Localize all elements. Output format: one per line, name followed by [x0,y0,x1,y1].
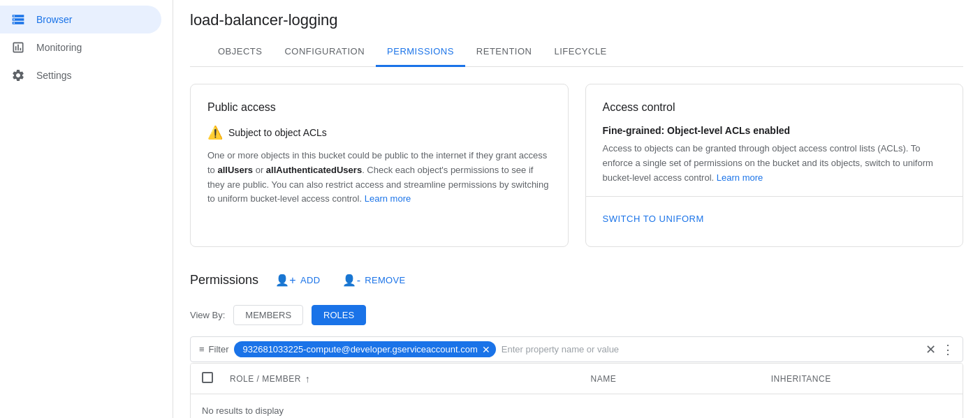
monitoring-icon [11,40,25,54]
page-header: load-balancer-logging OBJECTS CONFIGURAT… [173,0,980,67]
bold-auth-users: allAuthenticatedUsers [266,165,362,175]
access-control-title: Access control [603,101,946,114]
public-access-body: One or more objects in this bucket could… [207,149,551,207]
add-person-icon: 👤+ [275,274,296,287]
warning-label: Subject to object ACLs [228,127,327,138]
public-learn-more-link[interactable]: Learn more [365,193,411,204]
table-header: Role / Member ↑ Name Inheritance [191,364,963,394]
chip-close-button[interactable]: ✕ [482,345,490,354]
header-inheritance: Inheritance [771,374,951,384]
sidebar: Browser Monitoring Settings [0,0,173,418]
card-divider [586,196,963,197]
access-control-card: Access control Fine-grained: Object-leve… [585,84,964,247]
page-title: load-balancer-logging [190,11,963,29]
tabs-bar: OBJECTS CONFIGURATION PERMISSIONS RETENT… [190,38,963,67]
permissions-header: Permissions 👤+ ADD 👤- REMOVE [190,269,963,291]
storage-icon [11,13,25,27]
filter-chip: 932681033225-compute@developer.gservicea… [234,341,495,357]
sidebar-item-monitoring[interactable]: Monitoring [0,33,161,61]
access-control-subtitle: Fine-grained: Object-level ACLs enabled [603,125,946,136]
remove-person-icon: 👤- [342,274,360,287]
remove-button[interactable]: 👤- REMOVE [337,269,411,291]
warning-row: ⚠️ Subject to object ACLs [207,125,551,140]
add-button[interactable]: 👤+ ADD [270,269,326,291]
tab-objects[interactable]: OBJECTS [207,38,273,67]
ac-learn-more-link[interactable]: Learn more [717,172,763,183]
sort-icon[interactable]: ↑ [305,373,311,385]
permissions-table: Role / Member ↑ Name Inheritance No resu… [190,363,963,418]
view-by-label: View By: [190,310,225,320]
filter-input[interactable] [502,344,920,354]
tab-lifecycle[interactable]: LIFECYCLE [543,38,617,67]
sidebar-item-settings[interactable]: Settings [0,61,161,89]
middle-text: or [253,165,266,175]
warning-icon: ⚠️ [207,125,223,140]
settings-icon [11,68,25,82]
filter-text: Filter [209,344,229,354]
filter-clear-button[interactable]: ✕ [926,343,936,356]
filter-label: ≡ Filter [199,344,228,354]
sidebar-label-settings: Settings [36,70,72,81]
filter-container: ≡ Filter 932681033225-compute@developer.… [190,336,963,362]
cards-row: Public access ⚠️ Subject to object ACLs … [190,84,963,247]
view-by-row: View By: MEMBERS ROLES [190,305,963,325]
view-members-button[interactable]: MEMBERS [233,305,303,325]
content-area: Public access ⚠️ Subject to object ACLs … [173,67,980,418]
view-roles-button[interactable]: ROLES [312,305,366,325]
filter-lines-icon: ≡ [199,344,205,354]
main-content: load-balancer-logging OBJECTS CONFIGURAT… [173,0,980,418]
bold-all-users: allUsers [217,165,253,175]
add-btn-label: ADD [300,275,320,285]
no-results-message: No results to display [191,394,963,418]
public-access-card: Public access ⚠️ Subject to object ACLs … [190,84,569,247]
ac-body-text: Access to objects can be granted through… [603,143,933,183]
remove-btn-label: REMOVE [365,275,405,285]
header-checkbox[interactable] [202,372,213,383]
filter-chip-text: 932681033225-compute@developer.gservicea… [242,344,477,354]
sidebar-item-browser[interactable]: Browser [0,6,161,33]
header-name: Name [591,374,771,384]
tab-configuration[interactable]: CONFIGURATION [273,38,376,67]
tab-permissions[interactable]: PERMISSIONS [376,38,465,67]
public-access-title: Public access [207,101,551,114]
switch-to-uniform-button[interactable]: SWITCH TO UNIFORM [603,208,704,230]
filter-more-button[interactable]: ⋮ [942,342,954,357]
tab-retention[interactable]: RETENTION [465,38,543,67]
sidebar-label-monitoring: Monitoring [36,42,82,53]
filter-row: ≡ Filter 932681033225-compute@developer.… [191,337,963,361]
role-member-label: Role / Member [230,374,301,384]
header-checkbox-cell [202,372,230,385]
permissions-section-title: Permissions [190,273,258,288]
access-control-body: Access to objects can be granted through… [603,142,946,185]
header-role-member: Role / Member ↑ [230,373,591,385]
sidebar-label-browser: Browser [36,14,72,25]
